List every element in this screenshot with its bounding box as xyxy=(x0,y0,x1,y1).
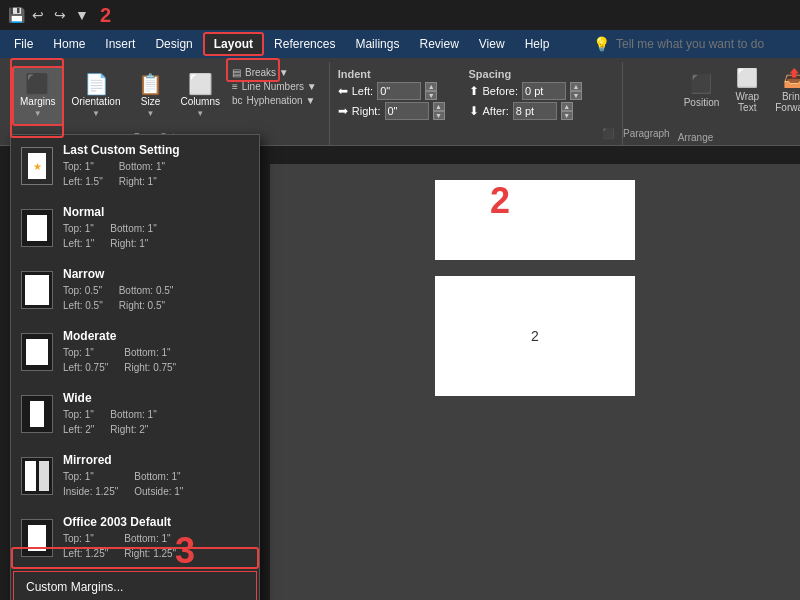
tell-me-bar: 💡 xyxy=(593,36,796,52)
narrow-details: Top: 0.5"Left: 0.5" Bottom: 0.5"Right: 0… xyxy=(63,283,249,313)
indent-left-up[interactable]: ▲ xyxy=(425,82,437,91)
spacing-after-label: After: xyxy=(483,105,509,117)
moderate-details: Top: 1"Left: 0.75" Bottom: 1"Right: 0.75… xyxy=(63,345,249,375)
indent-left-down[interactable]: ▼ xyxy=(425,91,437,100)
margin-item-mirrored[interactable]: Mirrored Top: 1"Inside: 1.25" Bottom: 1"… xyxy=(11,445,259,507)
menu-view[interactable]: View xyxy=(469,33,515,55)
menu-bar: File Home Insert Design Layout Reference… xyxy=(0,30,800,58)
undo-icon[interactable]: ↩ xyxy=(30,7,46,23)
document-page-2: 2 xyxy=(435,276,635,396)
narrow-info: Narrow Top: 0.5"Left: 0.5" Bottom: 0.5"R… xyxy=(63,267,249,313)
small-buttons-group: ▤ Breaks ▼ ≡ Line Numbers ▼ bc Hyphenati… xyxy=(228,66,321,107)
orientation-button[interactable]: 📄 Orientation ▼ xyxy=(66,66,127,126)
save-icon[interactable]: 💾 xyxy=(8,7,24,23)
indent-left-input[interactable]: 0" xyxy=(377,82,421,100)
indent-left-row: ⬅ Left: 0" ▲ ▼ xyxy=(338,82,445,100)
breaks-icon: ▤ xyxy=(232,67,241,78)
breaks-button[interactable]: ▤ Breaks ▼ xyxy=(228,66,321,79)
indent-left-spinner[interactable]: ▲ ▼ xyxy=(425,82,437,100)
title-bar: 💾 ↩ ↪ ▼ 2 xyxy=(0,0,800,30)
indent-right-input[interactable]: 0" xyxy=(385,102,429,120)
ribbon-content: ⬛ Margins ▼ 📄 Orientation ▼ 📋 Size ▼ ⬜ C… xyxy=(0,58,800,146)
bring-forward-icon: 📤 xyxy=(783,67,800,89)
margin-preview-last-custom: ★ xyxy=(21,147,53,185)
line-numbers-button[interactable]: ≡ Line Numbers ▼ xyxy=(228,80,321,93)
margin-preview-wide xyxy=(21,395,53,433)
indent-spacing-group: Indent ⬅ Left: 0" ▲ ▼ ➡ Right: 0" ▲ ▼ xyxy=(330,62,623,145)
spacing-before-spinner[interactable]: ▲ ▼ xyxy=(570,82,582,100)
margin-item-normal[interactable]: Normal Top: 1"Left: 1" Bottom: 1"Right: … xyxy=(11,197,259,259)
page-setup-group: ⬛ Margins ▼ 📄 Orientation ▼ 📋 Size ▼ ⬜ C… xyxy=(4,62,330,145)
margin-item-narrow[interactable]: Narrow Top: 0.5"Left: 0.5" Bottom: 0.5"R… xyxy=(11,259,259,321)
columns-icon: ⬜ xyxy=(188,74,213,94)
mirrored-details: Top: 1"Inside: 1.25" Bottom: 1"Outside: … xyxy=(63,469,249,499)
position-button[interactable]: ⬛ Position xyxy=(678,62,726,118)
margins-label: Margins xyxy=(20,96,56,107)
margins-dropdown: ★ Last Custom Setting Top: 1"Left: 1.5" … xyxy=(10,134,260,600)
office2003-details: Top: 1"Left: 1.25" Bottom: 1"Right: 1.25… xyxy=(63,531,249,561)
menu-references[interactable]: References xyxy=(264,33,345,55)
margin-preview-office2003 xyxy=(21,519,53,557)
badge-3-annotation: 3 xyxy=(175,530,195,572)
spacing-label: Spacing xyxy=(469,68,582,80)
margins-arrow: ▼ xyxy=(34,109,42,118)
menu-review[interactable]: Review xyxy=(409,33,468,55)
title-bar-icons: 💾 ↩ ↪ ▼ xyxy=(8,7,90,23)
star-icon: ★ xyxy=(33,161,42,172)
orientation-arrow: ▼ xyxy=(92,109,100,118)
indent-right-down[interactable]: ▼ xyxy=(433,111,445,120)
indent-label: Indent xyxy=(338,68,445,80)
tell-me-input[interactable] xyxy=(616,37,796,51)
size-label: Size xyxy=(141,96,160,107)
spacing-after-spinner[interactable]: ▲ ▼ xyxy=(561,102,573,120)
margin-item-wide[interactable]: Wide Top: 1"Left: 2" Bottom: 1"Right: 2" xyxy=(11,383,259,445)
menu-layout[interactable]: Layout xyxy=(203,32,264,56)
columns-label: Columns xyxy=(181,96,220,107)
redo-icon[interactable]: ↪ xyxy=(52,7,68,23)
bring-forward-label: BringForward xyxy=(775,91,800,113)
spacing-before-down[interactable]: ▼ xyxy=(570,91,582,100)
custom-margins-button[interactable]: Custom Margins... xyxy=(13,571,257,600)
arrange-buttons: ⬛ Position ⬜ WrapText 📤 BringForward 📥 S… xyxy=(678,62,800,130)
menu-home[interactable]: Home xyxy=(43,33,95,55)
menu-help[interactable]: Help xyxy=(515,33,560,55)
spacing-after-input[interactable]: 8 pt xyxy=(513,102,557,120)
arrange-group: ⬛ Position ⬜ WrapText 📤 BringForward 📥 S… xyxy=(670,62,800,145)
columns-button[interactable]: ⬜ Columns ▼ xyxy=(175,66,226,126)
margin-item-last-custom[interactable]: ★ Last Custom Setting Top: 1"Left: 1.5" … xyxy=(11,135,259,197)
hyphenation-button[interactable]: bc Hyphenation ▼ xyxy=(228,94,321,107)
indent-right-row: ➡ Right: 0" ▲ ▼ xyxy=(338,102,445,120)
spacing-before-input[interactable]: 0 pt xyxy=(522,82,566,100)
normal-name: Normal xyxy=(63,205,249,219)
paragraph-expand[interactable]: ⬛ xyxy=(602,128,614,141)
line-numbers-label: Line Numbers ▼ xyxy=(242,81,317,92)
spacing-after-down[interactable]: ▼ xyxy=(561,111,573,120)
indent-right-up[interactable]: ▲ xyxy=(433,102,445,111)
bring-forward-button[interactable]: 📤 BringForward xyxy=(769,62,800,118)
indent-left-label: Left: xyxy=(352,85,373,97)
margin-item-moderate[interactable]: Moderate Top: 1"Left: 0.75" Bottom: 1"Ri… xyxy=(11,321,259,383)
menu-design[interactable]: Design xyxy=(145,33,202,55)
columns-arrow: ▼ xyxy=(196,109,204,118)
size-button[interactable]: 📋 Size ▼ xyxy=(129,66,173,126)
wrap-text-label: WrapText xyxy=(735,91,759,113)
quick-access-dropdown[interactable]: ▼ xyxy=(74,7,90,23)
indent-group: Indent ⬅ Left: 0" ▲ ▼ ➡ Right: 0" ▲ ▼ xyxy=(338,68,445,120)
last-custom-info: Last Custom Setting Top: 1"Left: 1.5" Bo… xyxy=(63,143,249,189)
margins-button[interactable]: ⬛ Margins ▼ xyxy=(12,66,64,126)
wide-info: Wide Top: 1"Left: 2" Bottom: 1"Right: 2" xyxy=(63,391,249,437)
menu-insert[interactable]: Insert xyxy=(95,33,145,55)
menu-mailings[interactable]: Mailings xyxy=(345,33,409,55)
indent-right-icon: ➡ xyxy=(338,104,348,118)
spacing-before-up[interactable]: ▲ xyxy=(570,82,582,91)
indent-right-spinner[interactable]: ▲ ▼ xyxy=(433,102,445,120)
normal-details: Top: 1"Left: 1" Bottom: 1"Right: 1" xyxy=(63,221,249,251)
spacing-after-up[interactable]: ▲ xyxy=(561,102,573,111)
wrap-text-button[interactable]: ⬜ WrapText xyxy=(727,62,767,118)
menu-file[interactable]: File xyxy=(4,33,43,55)
spacing-group: Spacing ⬆ Before: 0 pt ▲ ▼ ⬇ After: 8 pt… xyxy=(469,68,582,120)
margin-item-office2003[interactable]: Office 2003 Default Top: 1"Left: 1.25" B… xyxy=(11,507,259,569)
badge-1-annotation: 2 xyxy=(100,5,111,25)
line-numbers-icon: ≡ xyxy=(232,81,238,92)
office2003-name: Office 2003 Default xyxy=(63,515,249,529)
